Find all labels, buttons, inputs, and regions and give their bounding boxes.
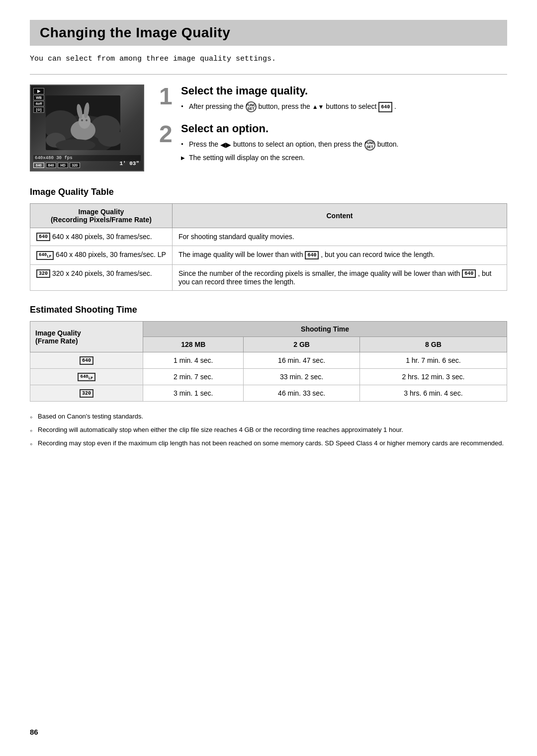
shooting-cell-640-8gb: 1 hr. 7 min. 6 sec.: [359, 352, 507, 369]
shooting-row-320-quality: 320: [30, 385, 143, 402]
footnotes: Based on Canon's testing standards. Reco…: [30, 412, 507, 448]
shooting-table-heading: Estimated Shooting Time: [30, 305, 507, 315]
cam-time: 1' 03": [119, 161, 139, 167]
step-2-number: 2: [159, 122, 175, 165]
top-section: ▶ WB 4off [⊙] 640x480 30 fps 640 640 HD …: [30, 84, 507, 173]
leftright-arrows: ◀▶: [220, 140, 231, 150]
content-cell-640: For shooting standard quality movies.: [172, 228, 507, 246]
camera-screen-image: ▶ WB 4off [⊙] 640x480 30 fps 640 640 HD …: [30, 84, 144, 171]
shooting-col-quality: Image Quality(Frame Rate): [30, 322, 143, 352]
shooting-time-header: Shooting Time: [143, 322, 507, 337]
cam-icon-640: 640: [33, 163, 44, 168]
quality-cell-640: 640 640 x 480 pixels, 30 frames/sec.: [30, 228, 173, 246]
shooting-cell-320-8gb: 3 hrs. 6 min. 4 sec.: [359, 385, 507, 402]
step-1-bullets: After pressing the FUNCSET button, press…: [181, 101, 396, 112]
shooting-cell-640lp-8gb: 2 hrs. 12 min. 3 sec.: [359, 369, 507, 385]
table-row: 640LP 640 x 480 pixels, 30 frames/sec. L…: [30, 246, 507, 264]
shooting-cell-320-2gb: 46 min. 33 sec.: [244, 385, 359, 402]
quality-cell-640lp: 640LP 640 x 480 pixels, 30 frames/sec. L…: [30, 246, 173, 264]
shooting-col-2gb: 2 GB: [244, 337, 359, 352]
updown-arrows: ▲▼: [312, 102, 324, 111]
icon-badge-320-shooting: 320: [80, 389, 93, 398]
shooting-table: Image Quality(Frame Rate) Shooting Time …: [30, 321, 507, 402]
cam-icon-4off: 4off: [33, 101, 44, 106]
content-cell-320: Since the number of the recording pixels…: [172, 264, 507, 291]
camera-overlay: ▶ WB 4off [⊙] 640x480 30 fps 640 640 HD …: [31, 85, 143, 170]
step-1-number: 1: [159, 84, 175, 114]
icon-640-badge: 640: [378, 102, 392, 112]
func-set-icon-1: FUNCSET: [246, 101, 257, 112]
shooting-col-8gb: 8 GB: [359, 337, 507, 352]
footnote-2: Recording will automatically stop when e…: [30, 425, 507, 435]
icon-badge-640-inline: 640: [305, 251, 319, 259]
shooting-row-640-quality: 640: [30, 352, 143, 369]
quality-table-section: Image Quality Table Image Quality(Record…: [30, 187, 507, 291]
steps-panel: 1 Select the image quality. After pressi…: [159, 84, 507, 173]
page-title: Changing the Image Quality: [30, 20, 507, 46]
step-2-bullet-2: The setting will display on the screen.: [181, 153, 398, 163]
icon-badge-640lp-shooting: 640LP: [78, 373, 95, 382]
quality-table-col1-header: Image Quality(Recording Pixels/Frame Rat…: [30, 203, 173, 228]
content-cell-640lp: The image quality will be lower than wit…: [172, 246, 507, 264]
icon-badge-640lp: 640LP: [36, 251, 54, 260]
quality-table-heading: Image Quality Table: [30, 187, 507, 197]
step-2-bullet-1: Press the ◀▶ buttons to select an option…: [181, 139, 398, 150]
step-1-bullet-1: After pressing the FUNCSET button, press…: [181, 101, 396, 112]
page-number: 86: [30, 728, 38, 736]
cam-icon-320: 320: [70, 163, 81, 168]
top-divider: [30, 74, 507, 75]
cam-icon-wb: WB: [33, 95, 44, 100]
shooting-cell-640-128: 1 min. 4 sec.: [143, 352, 244, 369]
shooting-time-section: Estimated Shooting Time Image Quality(Fr…: [30, 305, 507, 402]
shooting-cell-640lp-128: 2 min. 7 sec.: [143, 369, 244, 385]
cam-icon-hd: HD: [58, 163, 68, 168]
footnote-3: Recording may stop even if the maximum c…: [30, 438, 507, 449]
table-row: 640 640 x 480 pixels, 30 frames/sec. For…: [30, 228, 507, 246]
cam-icon-640b: 640: [46, 163, 57, 168]
step-2: 2 Select an option. Press the ◀▶ buttons…: [159, 122, 507, 165]
quality-table: Image Quality(Recording Pixels/Frame Rat…: [30, 203, 507, 291]
func-set-icon-2: FUNCSET: [364, 140, 375, 151]
table-row: 320 3 min. 1 sec. 46 min. 33 sec. 3 hrs.…: [30, 385, 507, 402]
icon-badge-640-inline2: 640: [462, 269, 476, 278]
cam-icon-rec: ▶: [33, 88, 44, 94]
icon-badge-640: 640: [36, 233, 50, 241]
step-1-content: Select the image quality. After pressing…: [181, 84, 396, 114]
quality-table-col2-header-text: Content: [327, 212, 353, 220]
step-1: 1 Select the image quality. After pressi…: [159, 84, 507, 114]
cam-top-left-icons: ▶ WB 4off [⊙]: [33, 88, 44, 113]
step-2-bullets: Press the ◀▶ buttons to select an option…: [181, 139, 398, 163]
table-row: 640LP 2 min. 7 sec. 33 min. 2 sec. 2 hrs…: [30, 369, 507, 385]
shooting-cell-640lp-2gb: 33 min. 2 sec.: [244, 369, 359, 385]
quality-cell-320: 320 320 x 240 pixels, 30 frames/sec.: [30, 264, 173, 291]
shooting-cell-640-2gb: 16 min. 47 sec.: [244, 352, 359, 369]
footnote-1: Based on Canon's testing standards.: [30, 412, 507, 422]
step-2-heading: Select an option.: [181, 122, 398, 135]
page-subtitle: You can select from among three image qu…: [30, 55, 507, 63]
quality-table-col1-header-text: Image Quality(Recording Pixels/Frame Rat…: [51, 208, 152, 224]
table-row: 320 320 x 240 pixels, 30 frames/sec. Sin…: [30, 264, 507, 291]
icon-badge-320: 320: [36, 269, 50, 278]
table-row: 640 1 min. 4 sec. 16 min. 47 sec. 1 hr. …: [30, 352, 507, 369]
icon-badge-640-shooting: 640: [80, 356, 93, 365]
shooting-cell-320-128: 3 min. 1 sec.: [143, 385, 244, 402]
cam-icon-bracket: [⊙]: [33, 107, 44, 113]
quality-table-col2-header: Content: [172, 203, 507, 228]
shooting-row-640lp-quality: 640LP: [30, 369, 143, 385]
shooting-col-128mb: 128 MB: [143, 337, 244, 352]
step-2-content: Select an option. Press the ◀▶ buttons t…: [181, 122, 398, 165]
step-1-heading: Select the image quality.: [181, 84, 396, 97]
